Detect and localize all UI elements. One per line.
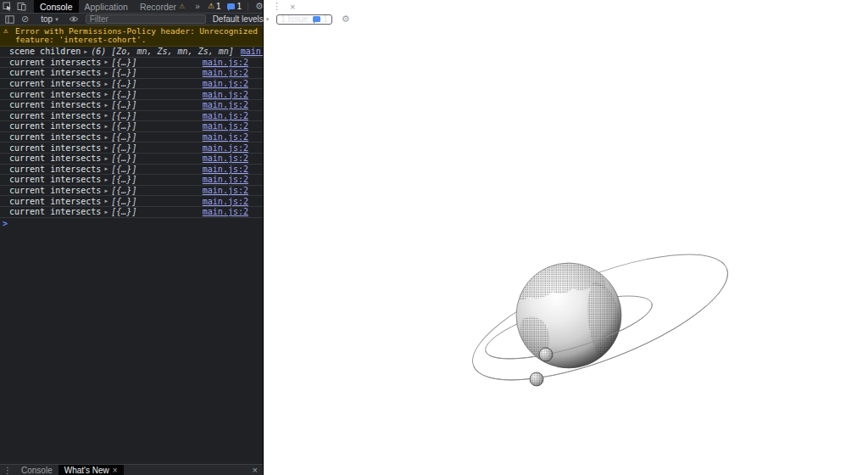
object-preview[interactable]: [{…}] bbox=[111, 143, 136, 153]
console-log-row[interactable]: current intersects ▶ [{…}] main.js:2 bbox=[0, 165, 263, 176]
expand-arrow-icon[interactable]: ▶ bbox=[104, 112, 108, 119]
recorder-warning-icon: ⚠ bbox=[179, 3, 185, 10]
tab-recorder[interactable]: Recorder ⚠ bbox=[134, 0, 191, 13]
warning-triangle-icon: ⚠ bbox=[3, 27, 8, 35]
expand-arrow-icon[interactable]: ▶ bbox=[84, 48, 87, 55]
console-log-row[interactable]: current intersects ▶ [{…}] main.js:2 bbox=[0, 186, 263, 197]
expand-arrow-icon[interactable]: ▶ bbox=[104, 155, 108, 162]
expand-arrow-icon[interactable]: ▶ bbox=[104, 102, 108, 109]
close-drawer-button[interactable]: × bbox=[248, 465, 263, 475]
device-toolbar-button[interactable] bbox=[14, 0, 29, 13]
issues-counter-button[interactable]: 1 Issue: 1 bbox=[276, 14, 332, 25]
object-preview[interactable]: [{…}] bbox=[111, 79, 136, 88]
threejs-canvas[interactable] bbox=[264, 0, 868, 475]
source-link[interactable]: main.js:2 bbox=[203, 197, 248, 206]
context-selector[interactable]: top ▾ bbox=[38, 14, 60, 24]
console-log-row[interactable]: current intersects ▶ [{…}] main.js:2 bbox=[0, 121, 263, 132]
expand-arrow-icon[interactable]: ▶ bbox=[104, 59, 108, 65]
object-preview[interactable]: [{…}] bbox=[111, 111, 136, 120]
object-preview[interactable]: [{…}] bbox=[111, 90, 136, 99]
source-link[interactable]: main.js:2 bbox=[203, 143, 248, 153]
source-link[interactable]: main.js:2 bbox=[203, 58, 248, 67]
source-link[interactable]: main.js:2 bbox=[203, 154, 248, 163]
drawer-tab-whats-new[interactable]: What's New × bbox=[58, 465, 124, 475]
source-link[interactable]: main.js:2 bbox=[203, 207, 248, 216]
object-preview[interactable]: (6) [Zo, mn, Zs, mn, Zs, mn] bbox=[91, 47, 234, 56]
object-preview[interactable]: [{…}] bbox=[111, 58, 136, 67]
object-preview[interactable]: [{…}] bbox=[111, 207, 136, 216]
console-empty-space[interactable] bbox=[0, 230, 263, 465]
source-link[interactable]: main.js:2 bbox=[203, 100, 248, 109]
log-levels-selector[interactable]: Default levels ▾ bbox=[210, 14, 272, 24]
source-link[interactable]: main.js:2 bbox=[203, 121, 248, 131]
settings-gear-button[interactable]: ⚙ bbox=[251, 0, 268, 13]
console-log-row[interactable]: current intersects ▶ [{…}] main.js:2 bbox=[0, 142, 263, 154]
source-link[interactable]: main.js:2 bbox=[203, 68, 248, 77]
expand-arrow-icon[interactable]: ▶ bbox=[104, 134, 108, 141]
expand-arrow-icon[interactable]: ▶ bbox=[104, 165, 108, 172]
drawer-tab-console[interactable]: Console bbox=[15, 465, 58, 475]
source-link[interactable]: main.js:2 bbox=[203, 132, 248, 142]
console-log-row[interactable]: current intersects ▶ [{…}] main.js:2 bbox=[0, 68, 263, 79]
log-label: current intersects bbox=[9, 154, 101, 163]
source-link[interactable]: main.js:2 bbox=[203, 175, 248, 184]
drawer-menu-button[interactable]: ⋮ bbox=[0, 465, 15, 475]
tab-application-label: Application bbox=[85, 2, 128, 12]
object-preview[interactable]: [{…}] bbox=[111, 100, 136, 109]
console-log-row[interactable]: current intersects ▶ [{…}] main.js:2 bbox=[0, 89, 263, 100]
tab-recorder-label: Recorder bbox=[140, 2, 176, 12]
clear-console-button[interactable]: ⊘ bbox=[17, 14, 33, 25]
object-preview[interactable]: [{…}] bbox=[111, 132, 136, 142]
expand-arrow-icon[interactable]: ▶ bbox=[104, 81, 108, 87]
devtools-menu-button[interactable]: ⋮ bbox=[268, 0, 286, 13]
source-link[interactable]: main.js:2 bbox=[241, 47, 263, 56]
expand-arrow-icon[interactable]: ▶ bbox=[104, 187, 108, 194]
source-link[interactable]: main.js:2 bbox=[203, 79, 248, 88]
expand-arrow-icon[interactable]: ▶ bbox=[104, 176, 108, 183]
expand-arrow-icon[interactable]: ▶ bbox=[104, 198, 108, 204]
more-tabs-button[interactable]: » bbox=[191, 0, 204, 13]
log-label: current intersects bbox=[9, 207, 101, 216]
console-log-row[interactable]: current intersects ▶ [{…}] main.js:2 bbox=[0, 207, 263, 218]
page-viewport[interactable] bbox=[264, 0, 868, 475]
tab-console[interactable]: Console bbox=[34, 0, 79, 13]
source-link[interactable]: main.js:2 bbox=[203, 90, 248, 99]
live-expression-eye-button[interactable] bbox=[66, 15, 81, 23]
console-prompt[interactable]: > bbox=[0, 218, 263, 230]
console-log-row[interactable]: current intersects ▶ [{…}] main.js:2 bbox=[0, 196, 263, 207]
source-link[interactable]: main.js:2 bbox=[203, 186, 248, 195]
source-link[interactable]: main.js:2 bbox=[203, 111, 248, 120]
expand-arrow-icon[interactable]: ▶ bbox=[104, 209, 108, 215]
filter-input[interactable] bbox=[86, 14, 206, 24]
object-preview[interactable]: [{…}] bbox=[111, 197, 136, 206]
object-preview[interactable]: [{…}] bbox=[111, 154, 136, 163]
expand-arrow-icon[interactable]: ▶ bbox=[104, 144, 108, 151]
object-preview[interactable]: [{…}] bbox=[111, 175, 136, 184]
issues-text: 1 Issue: bbox=[281, 14, 310, 24]
object-preview[interactable]: [{…}] bbox=[111, 68, 136, 77]
console-log-row[interactable]: current intersects ▶ [{…}] main.js:2 bbox=[0, 58, 263, 69]
console-log-row[interactable]: current intersects ▶ [{…}] main.js:2 bbox=[0, 111, 263, 122]
console-warning-message[interactable]: ⚠ Error with Permissions-Policy header: … bbox=[0, 25, 263, 47]
expand-arrow-icon[interactable]: ▶ bbox=[104, 70, 108, 76]
console-log-row[interactable]: current intersects ▶ [{…}] main.js:2 bbox=[0, 132, 263, 143]
console-log-row[interactable]: current intersects ▶ [{…}] main.js:2 bbox=[0, 154, 263, 165]
console-log-row[interactable]: scene children ▶ (6) [Zo, mn, Zs, mn, Zs… bbox=[0, 47, 263, 58]
source-link[interactable]: main.js:2 bbox=[203, 165, 248, 174]
inspect-element-button[interactable] bbox=[0, 0, 14, 13]
expand-arrow-icon[interactable]: ▶ bbox=[104, 91, 108, 98]
issues-badge[interactable]: 1 bbox=[224, 0, 245, 13]
tab-application[interactable]: Application bbox=[79, 0, 134, 13]
console-errors-badge[interactable]: ⚠ 1 bbox=[204, 0, 225, 13]
console-log-row[interactable]: current intersects ▶ [{…}] main.js:2 bbox=[0, 175, 263, 186]
expand-arrow-icon[interactable]: ▶ bbox=[104, 123, 108, 130]
object-preview[interactable]: [{…}] bbox=[111, 165, 136, 174]
object-preview[interactable]: [{…}] bbox=[111, 186, 136, 195]
console-log-row[interactable]: current intersects ▶ [{…}] main.js:2 bbox=[0, 100, 263, 111]
console-settings-gear-button[interactable]: ⚙ bbox=[337, 14, 354, 25]
object-preview[interactable]: [{…}] bbox=[111, 121, 136, 131]
close-tab-icon[interactable]: × bbox=[113, 466, 118, 475]
console-sidebar-toggle[interactable] bbox=[3, 15, 17, 24]
console-log-row[interactable]: current intersects ▶ [{…}] main.js:2 bbox=[0, 79, 263, 90]
close-devtools-button[interactable]: × bbox=[286, 0, 299, 13]
